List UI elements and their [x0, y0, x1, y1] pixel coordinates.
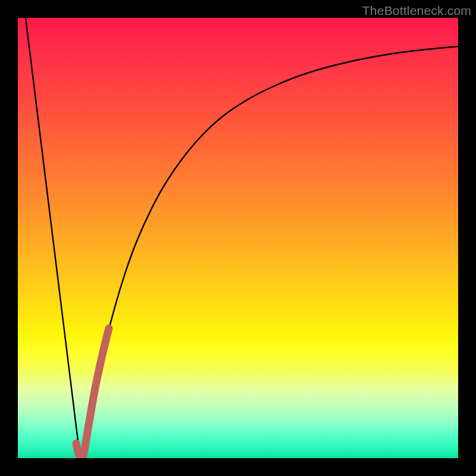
highlight-segment-path: [76, 328, 109, 458]
plot-area: [18, 18, 458, 458]
curve-svg: [18, 18, 458, 458]
watermark-text: TheBottleneck.com: [362, 4, 471, 18]
bottleneck-curve-path: [26, 18, 458, 455]
